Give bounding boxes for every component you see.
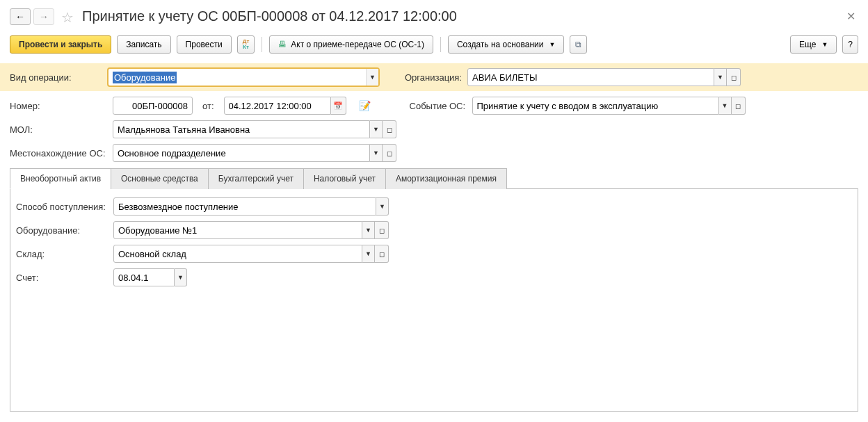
org-label: Организация:	[405, 72, 462, 83]
dropdown-icon[interactable]: ▼	[719, 97, 732, 115]
calendar-edit-icon[interactable]: 📝	[359, 100, 371, 111]
location-row: Местонахождение ОС: ▼ ◻	[10, 144, 858, 162]
equipment-row: Оборудование: ▼ ◻	[16, 221, 852, 239]
number-field	[113, 97, 193, 115]
mol-field: ▼ ◻	[113, 120, 396, 138]
favorite-star-icon[interactable]: ☆	[61, 9, 77, 24]
dropdown-icon[interactable]: ▼	[370, 120, 383, 138]
event-input[interactable]	[472, 97, 719, 115]
receipt-method-input[interactable]	[113, 197, 376, 216]
nav-back-button[interactable]: ←	[10, 8, 31, 25]
chevron-down-icon: ▼	[821, 41, 828, 48]
event-label: Событие ОС:	[410, 101, 467, 111]
open-icon[interactable]: ◻	[727, 68, 741, 86]
separator	[262, 37, 262, 52]
tab-accounting[interactable]: Бухгалтерский учет	[208, 168, 304, 189]
location-field: ▼ ◻	[113, 144, 396, 162]
open-icon[interactable]: ◻	[375, 221, 389, 239]
mol-input[interactable]	[113, 120, 370, 138]
receipt-method-field: ▼	[113, 197, 389, 216]
dropdown-icon[interactable]: ▼	[370, 144, 383, 162]
close-icon[interactable]: ✕	[844, 7, 858, 26]
operation-type-field: Оборудование ▼	[107, 67, 380, 87]
save-button[interactable]: Записать	[117, 35, 170, 54]
more-button[interactable]: Еще▼	[790, 35, 837, 54]
page-title: Принятие к учету ОС 00БП-000008 от 04.12…	[82, 8, 844, 24]
tab-tax[interactable]: Налоговый учет	[303, 168, 386, 189]
dt-kt-button[interactable]: ДтКт	[237, 35, 255, 54]
post-button[interactable]: Провести	[177, 35, 232, 54]
open-icon[interactable]: ◻	[375, 245, 389, 263]
operation-type-label: Вид операции:	[10, 72, 107, 83]
warehouse-row: Склад: ▼ ◻	[16, 245, 852, 263]
dropdown-icon[interactable]: ▼	[376, 197, 389, 216]
create-based-on-button[interactable]: Создать на основании▼	[448, 35, 564, 54]
more-label: Еще	[799, 40, 816, 49]
print-act-label: Акт о приеме-передаче ОС (ОС-1)	[291, 40, 424, 49]
location-label: Местонахождение ОС:	[10, 148, 107, 159]
create-based-label: Создать на основании	[457, 40, 544, 49]
operation-type-input[interactable]: Оборудование	[108, 69, 366, 86]
org-field: ▼ ◻	[467, 68, 741, 86]
dropdown-icon[interactable]: ▼	[714, 68, 727, 86]
location-input[interactable]	[113, 144, 370, 162]
warehouse-field: ▼ ◻	[113, 245, 389, 263]
warehouse-label: Склад:	[16, 249, 108, 259]
dropdown-icon[interactable]: ▼	[362, 221, 375, 239]
account-row: Счет: ▼	[16, 268, 852, 286]
from-label: от:	[202, 101, 214, 111]
date-input[interactable]	[224, 97, 331, 115]
tab-content: Способ поступления: ▼ Оборудование: ▼ ◻ …	[10, 189, 858, 412]
equipment-input[interactable]	[113, 221, 362, 239]
header-bar: ← → ☆ Принятие к учету ОС 00БП-000008 от…	[0, 0, 868, 31]
post-and-close-button[interactable]: Провести и закрыть	[10, 35, 111, 54]
calendar-icon[interactable]: 📅	[331, 97, 346, 115]
dropdown-icon[interactable]: ▼	[175, 268, 187, 286]
dropdown-icon[interactable]: ▼	[366, 69, 378, 86]
number-date-row: Номер: от: 📅 📝 Событие ОС: ▼ ◻	[10, 97, 858, 115]
number-input[interactable]	[113, 97, 193, 115]
structure-icon: ⧉	[575, 40, 581, 49]
separator	[440, 37, 441, 52]
receipt-method-label: Способ поступления:	[16, 202, 108, 212]
equipment-label: Оборудование:	[16, 225, 108, 236]
mol-row: МОЛ: ▼ ◻	[10, 120, 858, 138]
open-icon[interactable]: ◻	[383, 120, 396, 138]
date-field: 📅	[224, 97, 346, 115]
help-button[interactable]: ?	[842, 35, 858, 54]
tab-fixed-assets[interactable]: Основные средства	[111, 168, 209, 189]
open-icon[interactable]: ◻	[732, 97, 746, 115]
account-field: ▼	[113, 268, 187, 286]
org-input[interactable]	[467, 68, 714, 86]
number-label: Номер:	[10, 101, 107, 111]
account-label: Счет:	[16, 273, 108, 283]
print-act-button[interactable]: 🖶Акт о приеме-передаче ОС (ОС-1)	[269, 35, 433, 54]
toolbar: Провести и закрыть Записать Провести ДтК…	[0, 31, 868, 63]
nav-forward-button[interactable]: →	[33, 8, 54, 25]
tab-noncurrent-asset[interactable]: Внеоборотный актив	[10, 168, 111, 189]
tab-strip: Внеоборотный актив Основные средства Бух…	[10, 168, 858, 189]
receipt-method-row: Способ поступления: ▼	[16, 197, 852, 216]
chevron-down-icon: ▼	[549, 41, 555, 48]
operation-type-row: Вид операции: Оборудование ▼ Организация…	[0, 63, 868, 91]
dropdown-icon[interactable]: ▼	[362, 245, 375, 263]
equipment-field: ▼ ◻	[113, 221, 389, 239]
structure-button[interactable]: ⧉	[570, 35, 587, 54]
event-field: ▼ ◻	[472, 97, 746, 115]
warehouse-input[interactable]	[113, 245, 362, 263]
printer-icon: 🖶	[278, 40, 287, 49]
tab-depreciation-bonus[interactable]: Амортизационная премия	[385, 168, 507, 189]
open-icon[interactable]: ◻	[383, 144, 396, 162]
mol-label: МОЛ:	[10, 124, 107, 135]
account-input[interactable]	[113, 268, 175, 286]
